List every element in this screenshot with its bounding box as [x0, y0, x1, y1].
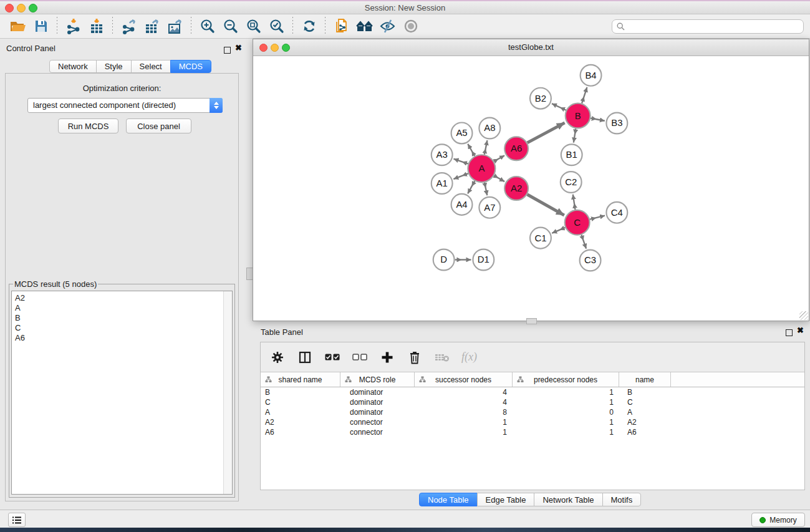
- open-folder-icon: [10, 19, 26, 34]
- plus-icon: [381, 351, 393, 364]
- function-builder-button[interactable]: f(x): [461, 349, 477, 365]
- unselect-all-columns-button[interactable]: [352, 349, 368, 365]
- zoom-selected-button[interactable]: [265, 16, 288, 36]
- table-row[interactable]: Bdominator41B: [261, 387, 804, 397]
- table-cell: 1: [415, 428, 513, 437]
- resize-grip-icon[interactable]: [799, 311, 808, 320]
- table-row[interactable]: A2connector11A2: [261, 417, 804, 427]
- table-cell: 4: [415, 388, 513, 397]
- network-canvas[interactable]: ABCA2A6A1A3A4A5A7A8B1B2B3B4C1C2C3C4DD1: [253, 56, 809, 321]
- tab-style[interactable]: Style: [96, 60, 132, 73]
- task-history-button[interactable]: [8, 513, 26, 527]
- graph-node-label: C4: [611, 207, 623, 218]
- column-header-mcds-role[interactable]: MCDS role: [340, 372, 415, 387]
- tab-node-table[interactable]: Node Table: [419, 493, 478, 506]
- graph-edge-A-A4[interactable]: [468, 181, 475, 193]
- export-table-button[interactable]: [140, 16, 163, 36]
- network-view-window: testGlobe.txt ABCA2A6A1A3A4A5A7A8B1B2B3B…: [253, 39, 809, 321]
- graph-edge-A-A7[interactable]: [485, 183, 487, 196]
- graph-edge-C-C2[interactable]: [573, 195, 576, 210]
- panel-columns-button[interactable]: [297, 349, 313, 365]
- table-cell: 0: [513, 408, 619, 417]
- graph-edge-C-C4[interactable]: [590, 216, 605, 220]
- graph-edge-A-A6[interactable]: [494, 155, 504, 162]
- open-session-button[interactable]: [6, 16, 29, 36]
- zoom-fit-button[interactable]: [242, 16, 265, 36]
- table-cell: 1: [415, 418, 513, 427]
- float-table-panel-icon[interactable]: [786, 329, 793, 336]
- export-image-button[interactable]: [163, 16, 186, 36]
- graph-edge-A2-C[interactable]: [527, 195, 564, 215]
- network-from-file-button[interactable]: [330, 16, 353, 36]
- mcds-result-list[interactable]: A2ABCA6: [11, 291, 233, 495]
- graph-node-label: C2: [565, 177, 577, 187]
- table-row[interactable]: Adominator80A: [261, 407, 804, 417]
- save-session-button[interactable]: [29, 16, 52, 36]
- refresh-style-button[interactable]: [297, 16, 321, 36]
- column-header-shared-name[interactable]: shared name: [261, 372, 340, 387]
- column-header-predecessor-nodes[interactable]: predecessor nodes: [513, 372, 619, 387]
- column-header-successor-nodes[interactable]: successor nodes: [415, 372, 513, 387]
- add-column-button[interactable]: [379, 349, 395, 365]
- graph-node-label: A5: [456, 127, 467, 138]
- graph-edge-C-C1[interactable]: [552, 228, 565, 233]
- graph-edge-A-A1[interactable]: [453, 173, 468, 179]
- node-table-block: f(x) shared nameMCDS rolesuccessor nodes…: [260, 342, 805, 490]
- zoom-in-button[interactable]: [196, 16, 219, 36]
- table-cell: B: [619, 388, 671, 397]
- search-field: [612, 19, 804, 34]
- float-panel-icon[interactable]: [224, 47, 231, 54]
- network-window-titlebar[interactable]: testGlobe.txt: [253, 39, 809, 56]
- import-network-icon: [65, 18, 82, 34]
- checked-boxes-icon: [325, 354, 340, 361]
- table-row[interactable]: Cdominator41C: [261, 397, 804, 407]
- cybrowser-home-button[interactable]: [353, 16, 376, 36]
- run-mcds-button[interactable]: Run MCDS: [58, 118, 118, 133]
- zoom-fit-icon: [246, 18, 262, 34]
- toolbar-separator: [112, 17, 113, 36]
- table-cell: 4: [415, 398, 513, 407]
- table-panel-title: Table Panel: [261, 327, 303, 337]
- result-scrollbar[interactable]: [223, 291, 232, 494]
- graph-edge-B-B1[interactable]: [574, 128, 576, 142]
- zoom-out-icon: [223, 18, 239, 34]
- graph-edge-B-B3[interactable]: [591, 118, 605, 120]
- import-table-icon: [89, 18, 105, 34]
- graph-edge-A-A5[interactable]: [468, 144, 475, 156]
- graph-node-label: A2: [511, 183, 522, 193]
- select-all-columns-button[interactable]: [324, 349, 340, 365]
- memory-button[interactable]: Memory: [751, 513, 805, 527]
- titlebar: Session: New Session: [0, 1, 810, 14]
- graph-edge-A-A2[interactable]: [494, 176, 504, 182]
- table-row[interactable]: A6connector11A6: [261, 427, 804, 437]
- graph-edge-A6-B[interactable]: [528, 123, 565, 143]
- hide-graphics-details-button[interactable]: [376, 16, 399, 36]
- graph-edge-C-C3[interactable]: [581, 235, 586, 249]
- show-hide-button[interactable]: [399, 16, 422, 36]
- close-panel-icon[interactable]: ✖: [235, 44, 242, 52]
- criterion-dropdown[interactable]: largest connected component (directed): [27, 98, 223, 113]
- graph-node-label: A4: [456, 199, 467, 210]
- tab-network-table[interactable]: Network Table: [534, 493, 602, 506]
- import-network-button[interactable]: [62, 16, 85, 36]
- table-settings-button[interactable]: [269, 349, 286, 365]
- delete-table-button[interactable]: [434, 349, 450, 365]
- toolbar-separator: [191, 17, 191, 36]
- zoom-out-button[interactable]: [219, 16, 242, 36]
- import-table-button[interactable]: [85, 16, 108, 36]
- graph-edge-B-B4[interactable]: [582, 87, 587, 104]
- graph-edge-A-A3[interactable]: [453, 159, 468, 164]
- graph-edge-B-B2[interactable]: [552, 104, 566, 110]
- tab-edge-table[interactable]: Edge Table: [477, 493, 535, 506]
- search-input[interactable]: [612, 19, 804, 34]
- tab-mcds[interactable]: MCDS: [170, 60, 211, 73]
- export-network-button[interactable]: [117, 16, 140, 36]
- close-table-panel-icon[interactable]: ✖: [797, 327, 804, 334]
- tab-motifs[interactable]: Motifs: [602, 493, 642, 506]
- close-panel-button[interactable]: Close panel: [126, 118, 191, 133]
- column-header-name[interactable]: name: [619, 372, 671, 387]
- tab-network[interactable]: Network: [49, 60, 97, 73]
- graph-edge-A-A8[interactable]: [485, 140, 488, 155]
- tab-select[interactable]: Select: [131, 60, 171, 73]
- delete-columns-button[interactable]: [407, 349, 423, 365]
